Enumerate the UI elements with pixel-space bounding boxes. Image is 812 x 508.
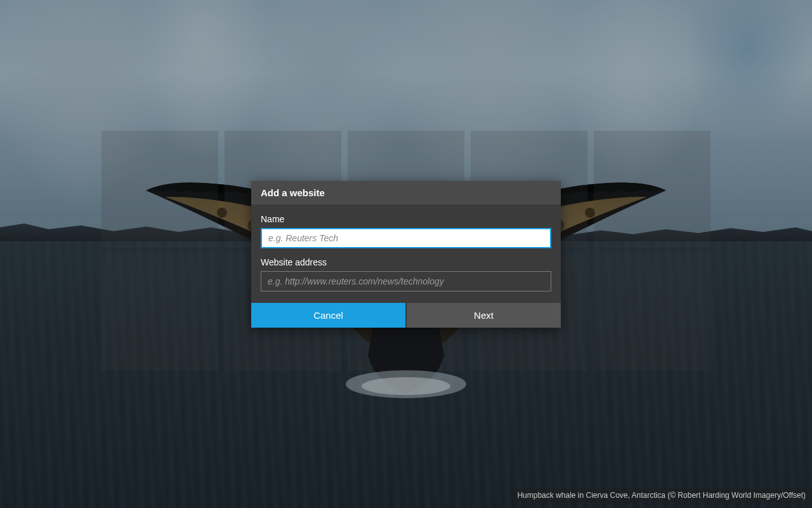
speed-dial-tile[interactable]: [102, 254, 218, 371]
wallpaper-caption: Humpback whale in Cierva Cove, Antarctic…: [511, 488, 812, 503]
name-field-group: Name: [261, 214, 551, 248]
cancel-button[interactable]: Cancel: [251, 303, 405, 328]
add-website-dialog: Add a website Name Website address Cance…: [251, 181, 561, 328]
dialog-title: Add a website: [251, 181, 561, 204]
speed-dial-tile[interactable]: [102, 131, 218, 248]
dialog-body: Name Website address: [251, 204, 561, 303]
next-button[interactable]: Next: [407, 303, 561, 328]
speed-dial-tile[interactable]: [594, 131, 710, 248]
address-input[interactable]: [261, 271, 551, 291]
dialog-footer: Cancel Next: [251, 303, 561, 328]
name-input[interactable]: [261, 228, 551, 248]
address-field-group: Website address: [261, 257, 551, 291]
speed-dial-tile[interactable]: [594, 254, 710, 371]
name-label: Name: [261, 214, 551, 224]
address-label: Website address: [261, 257, 551, 267]
